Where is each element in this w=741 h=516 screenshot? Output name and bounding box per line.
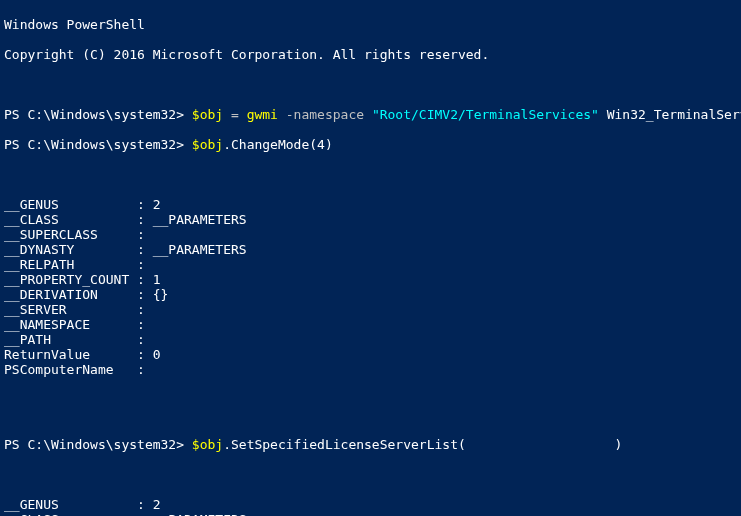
cmd1-var: $obj — [192, 107, 223, 122]
command-line-3: PS C:\Windows\system32> $obj.SetSpecifie… — [4, 437, 737, 452]
output-block-2: __GENUS : 2__CLASS : __PARAMETERS__SUPER… — [4, 467, 737, 516]
header-line-1: Windows PowerShell — [4, 17, 737, 32]
cmd2-var: $obj — [192, 137, 223, 152]
cmd3-var: $obj — [192, 437, 223, 452]
output-line — [4, 182, 737, 197]
output-line: __GENUS : 2 — [4, 197, 737, 212]
cmd1-string: "Root/CIMV2/TerminalServices" — [372, 107, 599, 122]
output-line: ReturnValue : 0 — [4, 347, 737, 362]
cmd1-class: Win32_TerminalServiceSetting — [607, 107, 741, 122]
prompt: PS C:\Windows\system32> — [4, 107, 184, 122]
output-line: __CLASS : __PARAMETERS — [4, 212, 737, 227]
output-line: __RELPATH : — [4, 257, 737, 272]
cmd1-cmdlet: gwmi — [247, 107, 278, 122]
output-line — [4, 467, 737, 482]
command-line-2: PS C:\Windows\system32> $obj.ChangeMode(… — [4, 137, 737, 152]
cmd3-call: .SetSpecifiedLicenseServerList( ) — [223, 437, 622, 452]
output-line: __GENUS : 2 — [4, 497, 737, 512]
output-line: __DYNASTY : __PARAMETERS — [4, 242, 737, 257]
output-line — [4, 377, 737, 392]
output-line: PSComputerName : — [4, 362, 737, 377]
powershell-terminal[interactable]: Windows PowerShell Copyright (C) 2016 Mi… — [0, 0, 741, 516]
cmd2-call: .ChangeMode(4) — [223, 137, 333, 152]
output-line — [4, 167, 737, 182]
header-line-2: Copyright (C) 2016 Microsoft Corporation… — [4, 47, 737, 62]
output-line — [4, 392, 737, 407]
output-line: __PATH : — [4, 332, 737, 347]
output-line: __DERIVATION : {} — [4, 287, 737, 302]
output-line: __CLASS : __PARAMETERS — [4, 512, 737, 516]
output-block-1: __GENUS : 2__CLASS : __PARAMETERS__SUPER… — [4, 167, 737, 422]
output-line: __SERVER : — [4, 302, 737, 317]
output-line: __SUPERCLASS : — [4, 227, 737, 242]
output-line — [4, 482, 737, 497]
blank-line — [4, 77, 737, 92]
cmd1-param: -namespace — [286, 107, 364, 122]
output-line: __NAMESPACE : — [4, 317, 737, 332]
prompt: PS C:\Windows\system32> — [4, 137, 184, 152]
command-line-1: PS C:\Windows\system32> $obj = gwmi -nam… — [4, 107, 737, 122]
cmd1-eq: = — [223, 107, 246, 122]
output-line: __PROPERTY_COUNT : 1 — [4, 272, 737, 287]
prompt: PS C:\Windows\system32> — [4, 437, 184, 452]
output-line — [4, 407, 737, 422]
